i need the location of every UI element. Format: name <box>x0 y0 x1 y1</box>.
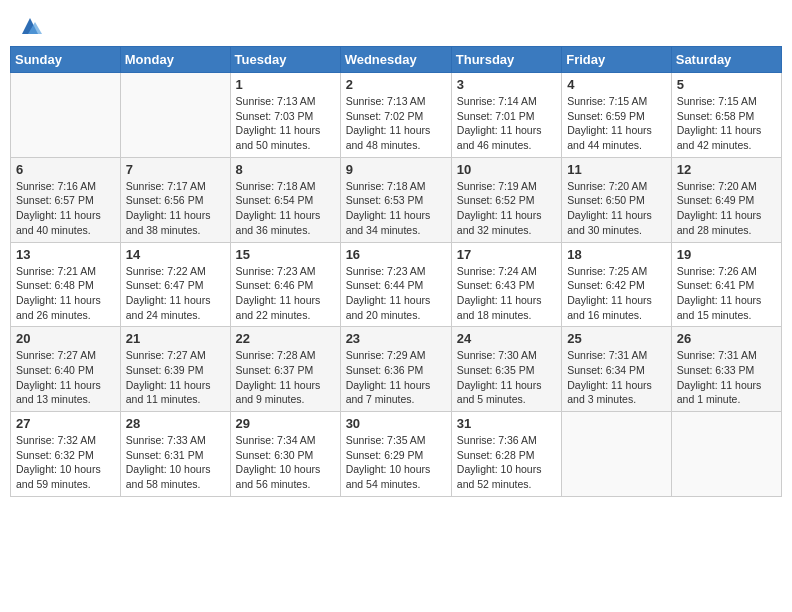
day-info: Sunrise: 7:18 AMSunset: 6:54 PMDaylight:… <box>236 179 335 238</box>
calendar-day-cell: 25Sunrise: 7:31 AMSunset: 6:34 PMDayligh… <box>562 327 672 412</box>
day-info: Sunrise: 7:36 AMSunset: 6:28 PMDaylight:… <box>457 433 556 492</box>
calendar-day-cell: 23Sunrise: 7:29 AMSunset: 6:36 PMDayligh… <box>340 327 451 412</box>
day-number: 14 <box>126 247 225 262</box>
calendar-day-cell: 26Sunrise: 7:31 AMSunset: 6:33 PMDayligh… <box>671 327 781 412</box>
day-number: 2 <box>346 77 446 92</box>
day-info: Sunrise: 7:28 AMSunset: 6:37 PMDaylight:… <box>236 348 335 407</box>
calendar-day-cell: 10Sunrise: 7:19 AMSunset: 6:52 PMDayligh… <box>451 157 561 242</box>
day-info: Sunrise: 7:25 AMSunset: 6:42 PMDaylight:… <box>567 264 666 323</box>
calendar-week-row: 27Sunrise: 7:32 AMSunset: 6:32 PMDayligh… <box>11 412 782 497</box>
calendar-day-cell: 19Sunrise: 7:26 AMSunset: 6:41 PMDayligh… <box>671 242 781 327</box>
calendar-day-cell: 5Sunrise: 7:15 AMSunset: 6:58 PMDaylight… <box>671 73 781 158</box>
day-number: 10 <box>457 162 556 177</box>
calendar-day-cell: 8Sunrise: 7:18 AMSunset: 6:54 PMDaylight… <box>230 157 340 242</box>
calendar-day-cell: 4Sunrise: 7:15 AMSunset: 6:59 PMDaylight… <box>562 73 672 158</box>
day-info: Sunrise: 7:26 AMSunset: 6:41 PMDaylight:… <box>677 264 776 323</box>
calendar-day-cell: 15Sunrise: 7:23 AMSunset: 6:46 PMDayligh… <box>230 242 340 327</box>
day-number: 18 <box>567 247 666 262</box>
day-number: 4 <box>567 77 666 92</box>
calendar-day-cell: 1Sunrise: 7:13 AMSunset: 7:03 PMDaylight… <box>230 73 340 158</box>
calendar-day-header: Saturday <box>671 47 781 73</box>
calendar-day-cell <box>120 73 230 158</box>
calendar-week-row: 13Sunrise: 7:21 AMSunset: 6:48 PMDayligh… <box>11 242 782 327</box>
calendar-day-cell: 22Sunrise: 7:28 AMSunset: 6:37 PMDayligh… <box>230 327 340 412</box>
calendar-day-cell: 3Sunrise: 7:14 AMSunset: 7:01 PMDaylight… <box>451 73 561 158</box>
day-info: Sunrise: 7:35 AMSunset: 6:29 PMDaylight:… <box>346 433 446 492</box>
calendar-day-cell: 12Sunrise: 7:20 AMSunset: 6:49 PMDayligh… <box>671 157 781 242</box>
logo-icon <box>18 14 42 38</box>
calendar-day-cell: 13Sunrise: 7:21 AMSunset: 6:48 PMDayligh… <box>11 242 121 327</box>
day-number: 20 <box>16 331 115 346</box>
day-info: Sunrise: 7:30 AMSunset: 6:35 PMDaylight:… <box>457 348 556 407</box>
day-info: Sunrise: 7:20 AMSunset: 6:49 PMDaylight:… <box>677 179 776 238</box>
calendar-day-cell: 6Sunrise: 7:16 AMSunset: 6:57 PMDaylight… <box>11 157 121 242</box>
calendar-day-header: Thursday <box>451 47 561 73</box>
day-number: 8 <box>236 162 335 177</box>
calendar-day-cell: 21Sunrise: 7:27 AMSunset: 6:39 PMDayligh… <box>120 327 230 412</box>
day-info: Sunrise: 7:15 AMSunset: 6:59 PMDaylight:… <box>567 94 666 153</box>
calendar-week-row: 20Sunrise: 7:27 AMSunset: 6:40 PMDayligh… <box>11 327 782 412</box>
day-number: 9 <box>346 162 446 177</box>
calendar-week-row: 1Sunrise: 7:13 AMSunset: 7:03 PMDaylight… <box>11 73 782 158</box>
calendar-day-cell <box>562 412 672 497</box>
day-number: 17 <box>457 247 556 262</box>
calendar-day-cell: 30Sunrise: 7:35 AMSunset: 6:29 PMDayligh… <box>340 412 451 497</box>
day-info: Sunrise: 7:24 AMSunset: 6:43 PMDaylight:… <box>457 264 556 323</box>
calendar-day-cell: 16Sunrise: 7:23 AMSunset: 6:44 PMDayligh… <box>340 242 451 327</box>
calendar-day-cell <box>11 73 121 158</box>
page-header <box>10 10 782 38</box>
calendar-header-row: SundayMondayTuesdayWednesdayThursdayFrid… <box>11 47 782 73</box>
calendar-day-header: Monday <box>120 47 230 73</box>
calendar-day-cell: 14Sunrise: 7:22 AMSunset: 6:47 PMDayligh… <box>120 242 230 327</box>
logo <box>14 14 42 38</box>
calendar-day-cell <box>671 412 781 497</box>
calendar-day-header: Sunday <box>11 47 121 73</box>
day-number: 16 <box>346 247 446 262</box>
day-info: Sunrise: 7:27 AMSunset: 6:39 PMDaylight:… <box>126 348 225 407</box>
day-number: 22 <box>236 331 335 346</box>
day-number: 29 <box>236 416 335 431</box>
day-info: Sunrise: 7:18 AMSunset: 6:53 PMDaylight:… <box>346 179 446 238</box>
day-number: 13 <box>16 247 115 262</box>
day-number: 3 <box>457 77 556 92</box>
calendar-day-cell: 2Sunrise: 7:13 AMSunset: 7:02 PMDaylight… <box>340 73 451 158</box>
calendar-day-cell: 17Sunrise: 7:24 AMSunset: 6:43 PMDayligh… <box>451 242 561 327</box>
day-info: Sunrise: 7:19 AMSunset: 6:52 PMDaylight:… <box>457 179 556 238</box>
calendar-day-cell: 28Sunrise: 7:33 AMSunset: 6:31 PMDayligh… <box>120 412 230 497</box>
day-info: Sunrise: 7:15 AMSunset: 6:58 PMDaylight:… <box>677 94 776 153</box>
day-info: Sunrise: 7:32 AMSunset: 6:32 PMDaylight:… <box>16 433 115 492</box>
day-info: Sunrise: 7:34 AMSunset: 6:30 PMDaylight:… <box>236 433 335 492</box>
calendar-day-cell: 11Sunrise: 7:20 AMSunset: 6:50 PMDayligh… <box>562 157 672 242</box>
calendar-day-cell: 24Sunrise: 7:30 AMSunset: 6:35 PMDayligh… <box>451 327 561 412</box>
day-number: 27 <box>16 416 115 431</box>
calendar-day-cell: 18Sunrise: 7:25 AMSunset: 6:42 PMDayligh… <box>562 242 672 327</box>
day-number: 1 <box>236 77 335 92</box>
day-info: Sunrise: 7:14 AMSunset: 7:01 PMDaylight:… <box>457 94 556 153</box>
calendar-day-cell: 20Sunrise: 7:27 AMSunset: 6:40 PMDayligh… <box>11 327 121 412</box>
calendar-day-cell: 29Sunrise: 7:34 AMSunset: 6:30 PMDayligh… <box>230 412 340 497</box>
day-number: 28 <box>126 416 225 431</box>
day-info: Sunrise: 7:21 AMSunset: 6:48 PMDaylight:… <box>16 264 115 323</box>
day-number: 11 <box>567 162 666 177</box>
day-number: 25 <box>567 331 666 346</box>
day-info: Sunrise: 7:29 AMSunset: 6:36 PMDaylight:… <box>346 348 446 407</box>
day-info: Sunrise: 7:17 AMSunset: 6:56 PMDaylight:… <box>126 179 225 238</box>
day-info: Sunrise: 7:13 AMSunset: 7:03 PMDaylight:… <box>236 94 335 153</box>
calendar-day-cell: 31Sunrise: 7:36 AMSunset: 6:28 PMDayligh… <box>451 412 561 497</box>
day-info: Sunrise: 7:33 AMSunset: 6:31 PMDaylight:… <box>126 433 225 492</box>
day-info: Sunrise: 7:23 AMSunset: 6:44 PMDaylight:… <box>346 264 446 323</box>
calendar-day-cell: 9Sunrise: 7:18 AMSunset: 6:53 PMDaylight… <box>340 157 451 242</box>
day-number: 5 <box>677 77 776 92</box>
calendar-day-header: Wednesday <box>340 47 451 73</box>
calendar-day-cell: 7Sunrise: 7:17 AMSunset: 6:56 PMDaylight… <box>120 157 230 242</box>
day-number: 7 <box>126 162 225 177</box>
day-number: 31 <box>457 416 556 431</box>
day-info: Sunrise: 7:27 AMSunset: 6:40 PMDaylight:… <box>16 348 115 407</box>
calendar-week-row: 6Sunrise: 7:16 AMSunset: 6:57 PMDaylight… <box>11 157 782 242</box>
calendar-day-cell: 27Sunrise: 7:32 AMSunset: 6:32 PMDayligh… <box>11 412 121 497</box>
day-info: Sunrise: 7:22 AMSunset: 6:47 PMDaylight:… <box>126 264 225 323</box>
day-info: Sunrise: 7:31 AMSunset: 6:34 PMDaylight:… <box>567 348 666 407</box>
day-number: 26 <box>677 331 776 346</box>
calendar-day-header: Tuesday <box>230 47 340 73</box>
day-number: 23 <box>346 331 446 346</box>
